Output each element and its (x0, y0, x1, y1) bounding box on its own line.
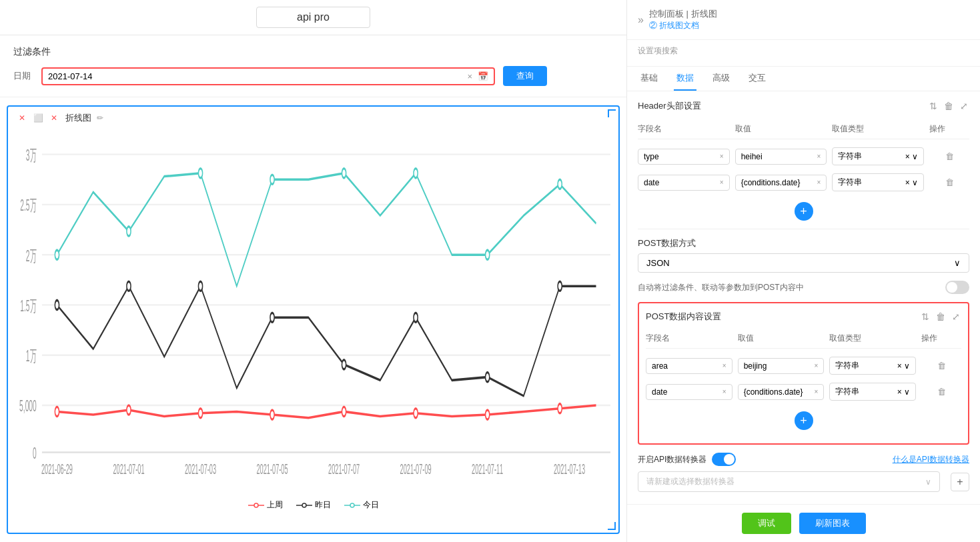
field-date-clear[interactable]: × (720, 179, 724, 186)
type-select-2[interactable]: 字符串 × ∨ (832, 173, 924, 191)
svg-text:2021-07-13: 2021-07-13 (554, 461, 585, 477)
delete-section-icon[interactable]: 🗑 (943, 99, 955, 113)
post-method-chevron: ∨ (954, 258, 961, 268)
delete-row-1[interactable]: 🗑 (929, 151, 969, 161)
svg-text:0: 0 (33, 445, 37, 462)
query-button[interactable]: 查询 (503, 66, 547, 86)
svg-point-37 (558, 281, 562, 291)
cross-icon[interactable]: ✕ (48, 112, 60, 124)
col-value-type: 取值类型 (832, 123, 924, 135)
svg-point-28 (486, 410, 490, 419)
svg-point-41 (270, 175, 274, 184)
field-type-input[interactable]: type × (638, 149, 730, 165)
api-converter-toggle[interactable] (712, 453, 736, 466)
expand-section-icon[interactable]: ⤢ (959, 99, 969, 113)
header-section-header: Header头部设置 ⇅ 🗑 ⤢ (638, 99, 969, 113)
post-table-header: 字段名 取值 取值类型 操作 (646, 329, 961, 349)
converter-select[interactable]: 请新建或选择数据转换器 ∨ (638, 471, 940, 492)
right-content: Header头部设置 ⇅ 🗑 ⤢ 字段名 取值 取值类型 操作 type × h… (627, 91, 980, 504)
field-type-clear[interactable]: × (720, 153, 724, 160)
tab-data[interactable]: 数据 (674, 67, 696, 91)
tab-basic[interactable]: 基础 (638, 67, 660, 91)
post-method-value: JSON (646, 258, 670, 268)
resize-icon[interactable]: ⬜ (32, 112, 44, 124)
converter-select-placeholder: 请新建或选择数据转换器 (646, 476, 734, 487)
auto-add-row: 自动将过滤条件、联动等参数加到POST内容中 (638, 281, 969, 294)
tab-interaction[interactable]: 交互 (746, 67, 769, 91)
bottom-btns: 调试 刷新图表 (627, 504, 980, 542)
post-field-area-text: area (652, 361, 668, 371)
post-value-conddate[interactable]: {conditions.date} × (738, 384, 825, 400)
legend-label-jinri: 今日 (363, 499, 379, 511)
svg-text:3万: 3万 (26, 147, 37, 164)
value-heihei-input[interactable]: heihei × (735, 149, 827, 165)
svg-text:2021-07-09: 2021-07-09 (400, 461, 432, 477)
line-chart-svg: 3万 2.5万 2万 1.5万 1万 5,000 0 2021-06-29 (16, 129, 610, 490)
svg-text:2021-06-29: 2021-06-29 (41, 461, 73, 477)
post-col-value: 取值 (738, 333, 825, 344)
svg-point-27 (414, 409, 418, 418)
field-date-input[interactable]: date × (638, 175, 730, 191)
refresh-button[interactable]: 刷新图表 (799, 513, 866, 534)
post-type-2-text: 字符串 (835, 386, 859, 397)
post-data-actions: ⇅ 🗑 ⤢ (920, 310, 961, 323)
filter-title: 过滤条件 (13, 46, 613, 58)
debug-button[interactable]: 调试 (742, 513, 791, 534)
svg-point-30 (55, 300, 59, 309)
settings-search-label: 设置项搜索 (638, 45, 969, 57)
value-heihei-clear[interactable]: × (817, 153, 821, 160)
post-value-conddate-clear[interactable]: × (814, 388, 818, 395)
filter-row: 日期 × 📅 查询 (13, 66, 613, 86)
date-input[interactable] (48, 71, 467, 81)
svg-text:2021-07-03: 2021-07-03 (185, 461, 216, 477)
post-type-select-1[interactable]: 字符串 × ∨ (829, 357, 916, 375)
svg-point-26 (342, 407, 346, 416)
post-expand-icon[interactable]: ⤢ (951, 310, 961, 323)
delete-row-2[interactable]: 🗑 (929, 177, 969, 187)
svg-point-39 (127, 227, 131, 236)
edit-icon[interactable]: ✏ (97, 113, 103, 123)
add-header-row-btn-wrapper: + (638, 202, 969, 221)
svg-text:1.5万: 1.5万 (20, 297, 36, 315)
post-field-area[interactable]: area × (646, 358, 732, 374)
post-field-area-clear[interactable]: × (722, 362, 726, 369)
svg-point-35 (414, 313, 418, 322)
post-sort-icon[interactable]: ⇅ (920, 310, 931, 323)
clear-icon[interactable]: × (467, 71, 472, 81)
type-select-2-text: 字符串 (838, 177, 862, 188)
sort-icon[interactable]: ⇅ (928, 99, 939, 113)
calendar-icon[interactable]: 📅 (478, 71, 488, 81)
doc-link[interactable]: ② 折线图文档 (649, 21, 699, 30)
post-value-beijing-clear[interactable]: × (814, 362, 818, 369)
post-value-beijing[interactable]: beijing × (738, 358, 825, 374)
api-converter-link[interactable]: 什么是API数据转换器 (893, 454, 969, 465)
close-icon[interactable]: ✕ (16, 112, 28, 124)
svg-point-51 (350, 503, 354, 507)
post-delete-icon[interactable]: 🗑 (935, 310, 947, 323)
post-field-date-clear[interactable]: × (722, 388, 726, 395)
legend-line-dark (296, 502, 312, 509)
svg-point-24 (198, 409, 202, 418)
legend-line-teal (344, 502, 360, 509)
top-bar: api pro (0, 0, 626, 35)
value-date-input[interactable]: {conditions.date} × (735, 175, 827, 191)
header-section-actions: ⇅ 🗑 ⤢ (928, 99, 969, 113)
post-delete-row-1[interactable]: 🗑 (921, 361, 961, 371)
post-col-type: 取值类型 (829, 333, 916, 344)
type-select-1[interactable]: 字符串 × ∨ (832, 147, 924, 165)
date-input-wrapper[interactable]: × 📅 (41, 67, 495, 85)
auto-add-toggle[interactable] (945, 281, 969, 294)
post-field-date-text: date (652, 387, 667, 397)
post-field-date[interactable]: date × (646, 384, 732, 400)
value-date-clear[interactable]: × (817, 179, 821, 186)
add-header-row-btn[interactable]: + (795, 202, 813, 221)
settings-search: 设置项搜索 (627, 40, 980, 67)
add-post-row-btn[interactable]: + (795, 411, 813, 430)
auto-add-text: 自动将过滤条件、联动等参数加到POST内容中 (638, 282, 804, 293)
post-type-select-2[interactable]: 字符串 × ∨ (829, 383, 916, 401)
converter-add-btn[interactable]: + (951, 473, 969, 491)
post-delete-row-2[interactable]: 🗑 (921, 387, 961, 397)
post-method-select[interactable]: JSON ∨ (638, 253, 969, 273)
tab-advanced[interactable]: 高级 (710, 67, 732, 91)
type-select-2-chevron: × ∨ (905, 178, 918, 187)
